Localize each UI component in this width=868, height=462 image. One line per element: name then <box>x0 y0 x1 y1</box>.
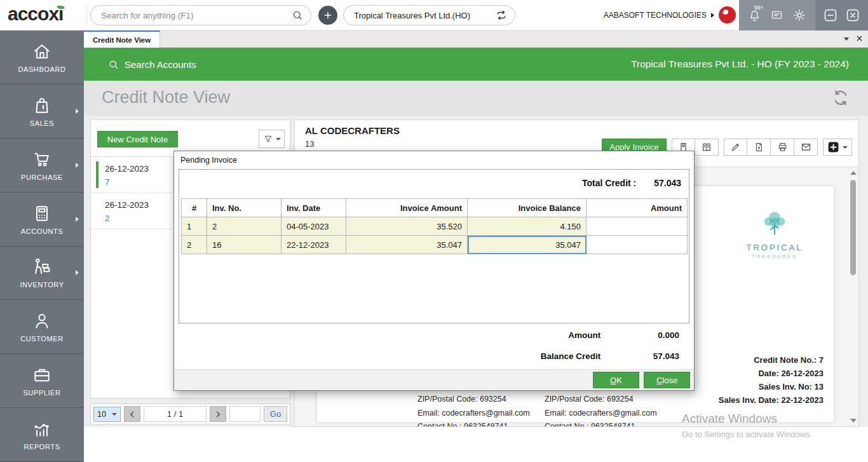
billing-address: ZIP/Postal Code: 693254 Email: codecraft… <box>417 393 530 426</box>
detail-line: Sales Inv. No: 13 <box>719 380 824 393</box>
page-title: Credit Note View <box>102 88 230 107</box>
search-icon <box>108 59 119 70</box>
amount-label: Amount <box>568 330 600 340</box>
refresh-button[interactable] <box>831 88 850 107</box>
quick-add-button[interactable] <box>318 6 337 25</box>
tab-credit-note-view[interactable]: Credit Note View <box>84 31 160 48</box>
table-row[interactable]: 1 2 04-05-2023 35.520 4.150 <box>182 217 688 236</box>
briefcase-icon <box>32 365 52 385</box>
edit-button[interactable] <box>724 139 747 156</box>
chevron-right-icon <box>76 163 79 168</box>
hand-truck-icon <box>32 257 52 277</box>
new-credit-note-button[interactable]: New Credit Note <box>97 131 178 147</box>
caret-right-icon <box>711 13 714 18</box>
scroll-thumb[interactable] <box>850 180 856 275</box>
tree-logo-icon <box>757 208 792 241</box>
company-selector[interactable]: Tropical Treasures Pvt Ltd.(HO) <box>343 5 515 25</box>
pdf-icon <box>754 142 764 153</box>
sidebar-item-sales[interactable]: SALES <box>0 85 84 139</box>
cell-index: 2 <box>182 236 207 254</box>
settings-button[interactable] <box>792 8 806 22</box>
total-credit-value: 57.043 <box>654 178 681 188</box>
chevron-right-icon <box>76 109 79 114</box>
address-line: Contact No.: 9632548741 <box>417 420 530 426</box>
sidebar-item-reports[interactable]: REPORTS <box>0 408 84 462</box>
cell-amount-input[interactable] <box>587 217 688 236</box>
chevron-left-icon <box>128 410 137 419</box>
detail-line: Credit Note No.: 7 <box>719 353 824 367</box>
tab-label: Credit Note View <box>93 36 151 44</box>
ledger-book-icon <box>701 142 712 153</box>
cell-invoice-balance: 4.150 <box>468 217 587 236</box>
cart-icon <box>32 149 52 170</box>
user-avatar[interactable] <box>719 6 736 24</box>
export-pdf-button[interactable] <box>747 139 771 156</box>
calculator-icon <box>32 203 52 224</box>
modal-footer: OK Close <box>174 369 694 390</box>
address-line: Email: codecrafters@gmail.com <box>545 407 657 421</box>
action-buttons <box>724 139 818 156</box>
ok-button[interactable]: OK <box>593 372 639 388</box>
tab-menu-caret-icon[interactable] <box>844 37 849 41</box>
sidebar: DASHBOARD SALES PURCHASE ACCOUNTS INVENT… <box>0 31 84 462</box>
address-line: Email: codecrafters@gmail.com <box>417 407 530 421</box>
messages-button[interactable] <box>770 9 783 22</box>
chevron-right-icon <box>76 217 79 222</box>
address-line: ZIP/Postal Code: 693254 <box>417 393 530 407</box>
org-name: AABASOFT TECHNOLOGIES <box>604 11 707 20</box>
email-button[interactable] <box>794 139 818 156</box>
plus-icon <box>323 10 333 20</box>
home-icon <box>32 41 52 62</box>
page-size-select[interactable]: 10 <box>93 407 121 422</box>
scroll-up-button[interactable] <box>850 171 857 175</box>
detail-line: Sales Inv. Date: 22-12-2023 <box>719 393 824 407</box>
close-icon <box>856 35 863 42</box>
customer-name: AL CODECRAFTERS <box>305 125 400 136</box>
search-accounts-button[interactable]: Search Accounts <box>108 59 196 70</box>
minimize-window-button[interactable] <box>823 8 838 23</box>
go-button[interactable]: Go <box>264 406 287 422</box>
plus-square-icon <box>827 141 839 153</box>
search-accounts-label: Search Accounts <box>125 59 196 70</box>
credit-note-details: Credit Note No.: 7 Date: 26-12-2023 Sale… <box>719 353 824 407</box>
sidebar-item-accounts[interactable]: ACCOUNTS <box>0 193 84 247</box>
notifications-button[interactable]: 99+ <box>748 9 761 22</box>
envelope-icon <box>801 142 811 153</box>
prev-page-button[interactable] <box>124 406 140 422</box>
sidebar-item-supplier[interactable]: SUPPLIER <box>0 354 84 408</box>
close-window-button[interactable] <box>845 8 860 23</box>
print-button[interactable] <box>771 139 794 156</box>
detail-line: Date: 26-12-2023 <box>719 367 824 380</box>
topbar: accoxi Tropical Treasures Pvt Ltd.(HO) A… <box>0 0 868 31</box>
sidebar-item-dashboard[interactable]: DASHBOARD <box>0 31 84 85</box>
logo-title: TROPICAL <box>733 243 816 252</box>
cell-inv-date: 22-12-2023 <box>281 236 346 254</box>
company-selector-label: Tropical Treasures Pvt Ltd.(HO) <box>354 11 496 20</box>
tab-close-button[interactable] <box>856 35 863 42</box>
ledger-button[interactable] <box>695 139 719 156</box>
cell-amount-input[interactable] <box>587 236 688 254</box>
balance-credit-label: Balance Credit <box>541 351 601 361</box>
filter-button[interactable] <box>259 130 285 148</box>
next-page-button[interactable] <box>210 406 226 422</box>
tabbar: Credit Note View <box>84 31 868 48</box>
pagination-bar: 10 1 / 1 Go <box>90 404 290 425</box>
company-swap-icon[interactable] <box>496 10 507 21</box>
search-icon[interactable] <box>292 10 303 21</box>
global-search-input[interactable] <box>101 11 292 20</box>
activate-windows-watermark: Activate Windows <box>682 412 777 426</box>
cell-invoice-balance-focused[interactable]: 35.047 <box>468 236 587 254</box>
printer-icon <box>777 142 788 153</box>
add-menu-button[interactable] <box>823 139 852 156</box>
table-row[interactable]: 2 16 22-12-2023 35.047 35.047 <box>182 236 688 254</box>
close-button[interactable]: Close <box>644 372 690 388</box>
chevron-right-icon <box>214 410 222 419</box>
activate-windows-watermark-hint: Go to Settings to activate Windows. <box>682 430 812 439</box>
app-logo-text: accoxi <box>8 3 63 24</box>
scroll-down-button[interactable] <box>850 419 857 423</box>
sidebar-item-inventory[interactable]: INVENTORY <box>0 247 84 301</box>
sidebar-item-customer[interactable]: CUSTOMER <box>0 300 84 354</box>
org-selector[interactable]: AABASOFT TECHNOLOGIES <box>604 0 714 31</box>
goto-page-input[interactable] <box>229 406 261 422</box>
sidebar-item-purchase[interactable]: PURCHASE <box>0 139 84 193</box>
